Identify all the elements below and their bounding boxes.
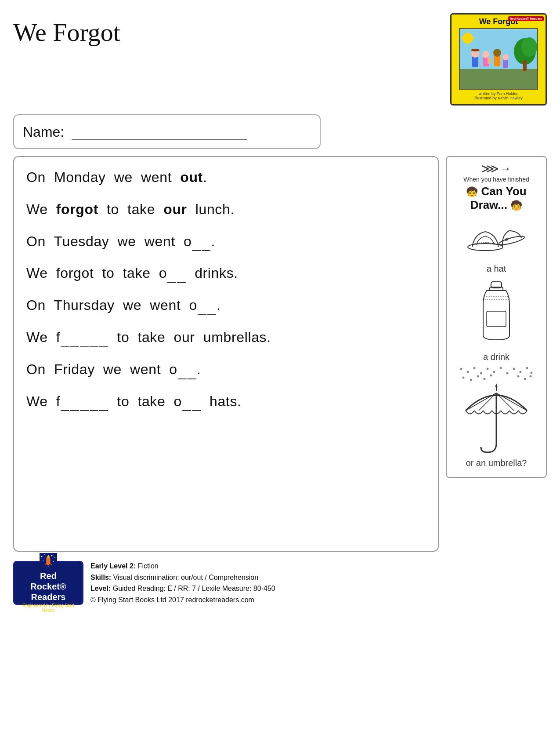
word-out: out: [180, 169, 203, 185]
svg-rect-11: [488, 58, 491, 64]
hat-label: a hat: [453, 264, 540, 274]
sentence-5: On Thursday we went o.: [26, 295, 426, 315]
right-sidebar: ⋙→ When you have finished 🧒 Can YouDraw.…: [446, 156, 547, 481]
drink-draw-item: a drink: [453, 278, 540, 362]
sentence-2: We forgot to take our lunch.: [26, 200, 426, 219]
sentence-4: We forgot to take o drinks.: [26, 263, 426, 283]
header-area: We Forgot Red Rocket® Readers We Forgot: [13, 13, 547, 106]
drink-label: a drink: [453, 352, 540, 362]
svg-point-46: [524, 378, 526, 380]
footer-area: Red Rocket® Readers Engineered by Flying…: [13, 560, 547, 605]
svg-point-61: [43, 560, 43, 561]
svg-point-34: [500, 367, 502, 369]
rocket-icon: [40, 553, 57, 571]
sentence-8: We f to take o hats.: [26, 392, 426, 411]
finished-text: When you have finished: [453, 176, 540, 183]
blank-16: [80, 410, 89, 411]
arrow-box: ⋙→ When you have finished 🧒 Can YouDraw.…: [446, 156, 547, 478]
blank-1: [192, 250, 201, 251]
svg-point-43: [484, 378, 486, 380]
svg-point-57: [41, 556, 43, 557]
blank-10: [90, 346, 98, 347]
svg-point-59: [51, 555, 53, 557]
figure-left: 🧒: [466, 186, 478, 197]
svg-rect-8: [473, 49, 477, 51]
word-our: our: [163, 201, 187, 217]
blank-15: [70, 410, 79, 411]
svg-point-16: [462, 33, 473, 44]
umbrella-illustration: [457, 367, 536, 455]
figure-right: 🧒: [510, 200, 522, 211]
svg-point-40: [462, 377, 465, 379]
blank-7: [61, 346, 69, 347]
main-content-box: On Monday we went out. We forgot to take…: [13, 156, 439, 552]
svg-point-29: [467, 371, 469, 373]
svg-point-39: [531, 372, 533, 374]
svg-point-45: [517, 375, 520, 378]
reading-label: Level:: [90, 585, 111, 592]
blank-20: [192, 410, 201, 411]
umbrella-label: or an umbrella?: [453, 458, 540, 468]
svg-point-42: [477, 375, 479, 378]
svg-point-62: [53, 561, 54, 562]
book-cover-image: [459, 28, 538, 90]
svg-point-60: [54, 557, 55, 558]
footer-reading: Level: Guided Reading: E / RR: 7 / Lexil…: [90, 583, 275, 594]
svg-rect-14: [503, 59, 508, 68]
svg-point-4: [521, 37, 537, 57]
name-box: Name:: [13, 114, 321, 149]
level-value: Fiction: [138, 562, 159, 570]
svg-point-44: [490, 375, 492, 377]
blank-17: [90, 410, 98, 411]
footer-level: Early Level 2: Fiction: [90, 560, 275, 572]
svg-point-15: [502, 54, 509, 60]
arrow-symbol: ⋙→: [453, 161, 540, 176]
can-you-draw-text: 🧒 Can YouDraw... 🧒: [453, 185, 540, 212]
book-cover: Red Rocket® Readers We Forgot: [450, 13, 547, 106]
blank-9: [80, 346, 89, 347]
footer-logo-text: Red Rocket® Readers: [30, 571, 66, 602]
blank-13: [188, 378, 196, 379]
blank-5: [198, 314, 206, 315]
reading-value: Guided Reading: E / RR: 7 / Lexile Measu…: [113, 585, 275, 592]
blank-8: [70, 346, 79, 347]
svg-point-47: [530, 375, 532, 378]
blank-3: [167, 282, 176, 283]
svg-point-58: [44, 554, 45, 555]
two-column-layout: On Monday we went out. We forgot to take…: [13, 156, 547, 552]
rain-drops: [460, 367, 533, 381]
svg-point-36: [513, 368, 515, 370]
svg-point-35: [506, 372, 509, 375]
svg-rect-25: [487, 311, 506, 327]
svg-point-28: [460, 368, 462, 370]
svg-rect-3: [523, 60, 527, 71]
skills-label: Skills:: [90, 574, 111, 581]
svg-point-32: [487, 368, 489, 370]
main-title: We Forgot: [13, 18, 120, 47]
svg-point-30: [473, 367, 476, 369]
blank-6: [207, 314, 216, 315]
footer-logo-sub: Engineered by Flying Start Books: [17, 603, 79, 613]
level-label: Early Level 2:: [90, 562, 136, 570]
brand-badge: Red Rocket® Readers: [508, 16, 544, 21]
name-input-line[interactable]: [72, 123, 247, 140]
blank-19: [182, 410, 191, 411]
sentence-1: On Monday we went out.: [26, 167, 426, 187]
svg-point-41: [470, 379, 472, 381]
blank-4: [177, 282, 186, 283]
svg-point-38: [526, 367, 528, 369]
footer-logo: Red Rocket® Readers Engineered by Flying…: [13, 561, 83, 605]
sentence-7: On Friday we went o.: [26, 360, 426, 379]
book-cover-author: written by Pam Holden illustrated by Kel…: [474, 91, 523, 100]
drink-illustration: [474, 278, 518, 349]
skills-value: Visual discrimination: our/out / Compreh…: [113, 574, 259, 581]
hat-draw-item: a hat: [453, 216, 540, 274]
blank-11: [99, 346, 108, 347]
sentence-6: We f to take our umbrellas.: [26, 327, 426, 347]
svg-marker-55: [495, 383, 498, 387]
svg-point-31: [480, 372, 482, 375]
svg-point-10: [482, 51, 489, 58]
footer-skills: Skills: Visual discrimination: our/out /…: [90, 572, 275, 583]
cover-illustration: [459, 29, 538, 89]
svg-rect-1: [459, 69, 538, 89]
